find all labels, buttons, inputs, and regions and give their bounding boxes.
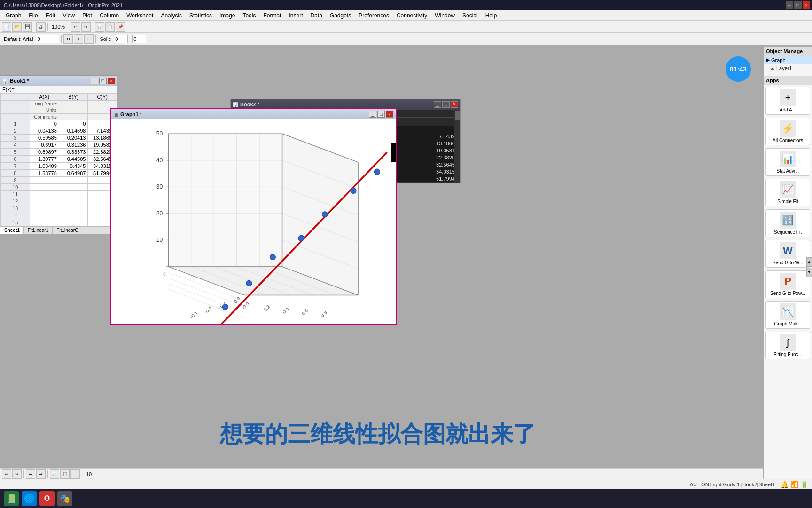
menu-file[interactable]: File <box>25 11 41 20</box>
row-num[interactable]: 10 <box>1 184 30 191</box>
menu-gadgets[interactable]: Gadgets <box>326 11 355 20</box>
row-num[interactable]: 13 <box>1 205 30 212</box>
app-simple-fit[interactable]: 📈 Simple Fit <box>765 179 810 206</box>
cell[interactable]: 0.89897 <box>30 149 59 156</box>
bt-btn-graph[interactable]: 📊 <box>50 469 59 479</box>
taskbar-excel[interactable]: 📗 <box>4 491 19 506</box>
graph1-titlebar[interactable]: ▣ Graph1 * _ □ × <box>111 109 396 119</box>
open-btn[interactable]: 📂 <box>12 22 22 32</box>
bold-btn[interactable]: B <box>63 34 73 44</box>
row-num[interactable]: 3 <box>1 135 30 142</box>
tree-item-graph[interactable]: ▶ Graph <box>764 56 812 64</box>
cell[interactable] <box>59 191 88 198</box>
menu-image[interactable]: Image <box>216 11 239 20</box>
cell[interactable]: 0 <box>30 120 59 127</box>
copy-btn[interactable]: 📋 <box>105 22 115 32</box>
menu-tools[interactable]: Tools <box>239 11 259 20</box>
col-header-ax[interactable]: A(X) <box>30 94 59 101</box>
close-button[interactable]: × <box>803 1 810 9</box>
menu-social[interactable]: Social <box>459 11 482 20</box>
cell[interactable] <box>30 191 59 198</box>
menu-graph[interactable]: Graph <box>2 11 25 20</box>
app-sequence-fit[interactable]: 🔢 Sequence Fit <box>765 209 810 237</box>
cell[interactable]: 0.6917 <box>30 142 59 149</box>
paste-btn[interactable]: 📌 <box>116 22 125 32</box>
cell[interactable]: 0.04138 <box>30 127 59 135</box>
graph1-min-btn[interactable]: _ <box>369 111 376 118</box>
row-num[interactable]: 9 <box>1 177 30 184</box>
row-num[interactable]: 14 <box>1 212 30 219</box>
row-num[interactable]: 6 <box>1 156 30 163</box>
undo-btn[interactable]: ↩ <box>71 22 80 32</box>
graph1-close-btn[interactable]: × <box>386 111 393 118</box>
cell[interactable] <box>30 198 59 205</box>
menu-view[interactable]: View <box>59 11 78 20</box>
cell[interactable] <box>30 205 59 212</box>
menu-data[interactable]: Data <box>306 11 326 20</box>
book1-min-btn[interactable]: _ <box>91 78 98 84</box>
cell[interactable] <box>30 219 59 226</box>
app-send-graph-word[interactable]: W Send G to W... <box>765 240 810 268</box>
menu-insert[interactable]: Insert <box>285 11 306 20</box>
bt-btn-3[interactable]: ⬅ <box>26 469 35 479</box>
bt-btn-4[interactable]: ➡ <box>36 469 46 479</box>
row-num[interactable]: 7 <box>1 163 30 170</box>
row-num[interactable]: 2 <box>1 127 30 135</box>
row-num[interactable]: 1 <box>1 120 30 127</box>
app-stat-advisor[interactable]: 📊 Stat Advi... <box>765 148 810 176</box>
cell[interactable]: 0.59585 <box>30 135 59 142</box>
maximize-button[interactable]: □ <box>794 1 802 9</box>
cell[interactable] <box>59 219 88 226</box>
save-btn[interactable]: 💾 <box>23 22 32 32</box>
cell[interactable]: 0.33373 <box>59 149 88 156</box>
menu-preferences[interactable]: Preferences <box>355 11 393 20</box>
cell[interactable] <box>30 212 59 219</box>
cell[interactable]: 0.31236 <box>59 142 88 149</box>
book1-window[interactable]: 📊 Book1 * _ □ × F(x)= A(X) B(Y) C(Y) <box>0 75 117 234</box>
cell[interactable]: 0.14698 <box>59 127 88 135</box>
cell[interactable] <box>30 184 59 191</box>
cell[interactable]: 0.20413 <box>59 135 88 142</box>
menu-column[interactable]: Column <box>96 11 123 20</box>
menu-worksheet[interactable]: Worksheet <box>123 11 157 20</box>
menu-statistics[interactable]: Statistics <box>186 11 216 20</box>
font-size-input[interactable] <box>36 35 59 43</box>
row-num[interactable]: 8 <box>1 170 30 177</box>
line-value-input[interactable] <box>114 35 128 43</box>
menu-help[interactable]: Help <box>482 11 501 20</box>
app-connectors[interactable]: ⚡ All Connectors <box>765 118 810 145</box>
row-num[interactable]: 4 <box>1 142 30 149</box>
tab-fitlinear1[interactable]: FitLinear1 <box>24 227 53 234</box>
cell[interactable] <box>59 177 88 184</box>
cell[interactable]: 1.03409 <box>30 163 59 170</box>
app-fitting-func[interactable]: ∫ Fitting Func... <box>765 332 810 359</box>
taskbar-app4[interactable]: 🎭 <box>57 491 72 506</box>
cell[interactable] <box>59 184 88 191</box>
extra-input[interactable] <box>132 35 146 43</box>
bt-btn-1[interactable]: ↩ <box>2 469 11 479</box>
tab-sheet1[interactable]: Sheet1 <box>0 227 24 234</box>
print-btn[interactable]: 🖨 <box>36 22 46 32</box>
italic-btn[interactable]: I <box>74 34 83 44</box>
graph-btn[interactable]: 📊 <box>95 22 104 32</box>
cell[interactable]: 0 <box>59 120 88 127</box>
row-num[interactable]: 15 <box>1 219 30 226</box>
cell[interactable] <box>30 177 59 184</box>
book1-titlebar[interactable]: 📊 Book1 * _ □ × <box>0 76 117 86</box>
minimize-button[interactable]: − <box>786 1 793 9</box>
cell[interactable] <box>59 198 88 205</box>
cell[interactable]: 1.30777 <box>30 156 59 163</box>
new-btn[interactable]: 📄 <box>2 22 11 32</box>
app-send-graph-ppt[interactable]: P Send G to Pow... <box>765 270 810 298</box>
book1-close-btn[interactable]: × <box>108 78 115 84</box>
cell[interactable]: 0.4345 <box>59 163 88 170</box>
book2-min-btn[interactable]: _ <box>434 101 441 108</box>
bt-btn-scatter[interactable]: ∴ <box>70 469 80 479</box>
tab-fitlinearc[interactable]: FitLinearC <box>53 227 82 234</box>
row-num[interactable]: 5 <box>1 149 30 156</box>
col-header-by[interactable]: B(Y) <box>59 94 88 101</box>
panel-arrow-up[interactable]: ▲ <box>806 257 812 267</box>
col-header-cy[interactable]: C(Y) <box>88 94 117 101</box>
tree-item-layer1[interactable]: ☑ Layer1 <box>764 64 812 72</box>
redo-btn[interactable]: ↪ <box>81 22 91 32</box>
